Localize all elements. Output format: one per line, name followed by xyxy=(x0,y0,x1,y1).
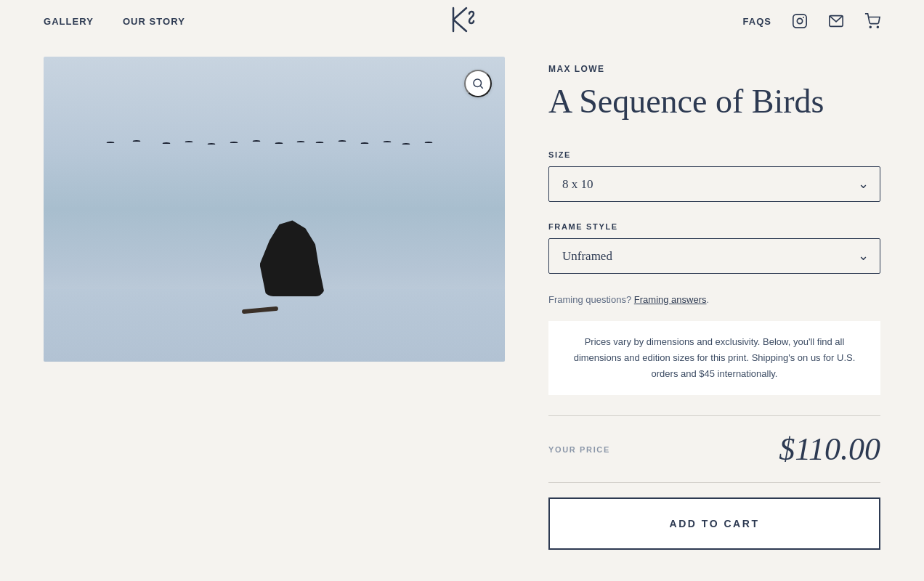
svg-rect-3 xyxy=(793,15,806,28)
bird-silhouette xyxy=(132,140,141,143)
svg-line-2 xyxy=(453,20,466,31)
frame-label: FRAME STYLE xyxy=(548,222,880,231)
svg-point-5 xyxy=(803,17,804,18)
main-content: MAX LOWE A Sequence of Birds SIZE 8 x 10… xyxy=(0,42,924,579)
mail-icon[interactable] xyxy=(828,13,844,29)
nav-left: GALLERY OUR STORY xyxy=(44,16,185,27)
rock-silhouette xyxy=(260,216,325,296)
bird-silhouette xyxy=(275,142,283,145)
birds-container xyxy=(87,140,461,155)
bird-silhouette xyxy=(402,143,410,146)
add-to-cart-button[interactable]: ADD TO CART xyxy=(548,497,880,550)
bird-silhouette xyxy=(252,140,261,143)
nav-our-story[interactable]: OUR STORY xyxy=(123,16,185,27)
price-note: Prices vary by dimensions and exclusivit… xyxy=(548,321,880,395)
divider-bottom xyxy=(548,482,880,483)
bird-silhouette xyxy=(207,143,216,146)
bird-silhouette xyxy=(230,142,238,145)
bird-silhouette xyxy=(360,142,369,145)
artist-name: MAX LOWE xyxy=(548,64,880,74)
framing-answers-link[interactable]: Framing answers xyxy=(634,294,707,305)
bird-silhouette xyxy=(185,141,193,144)
bird-silhouette xyxy=(315,142,324,145)
frame-select-wrapper: Unframed Natural Wood Black White ⌄ xyxy=(548,238,880,274)
bird-silhouette xyxy=(162,142,171,145)
size-label: SIZE xyxy=(548,150,880,159)
bird-silhouette xyxy=(338,140,346,143)
cart-icon[interactable] xyxy=(864,13,880,29)
price-value: $110.00 xyxy=(779,431,880,468)
instagram-icon[interactable] xyxy=(792,13,808,29)
product-title: A Sequence of Birds xyxy=(548,83,880,121)
image-section xyxy=(44,57,505,362)
svg-point-9 xyxy=(474,79,482,87)
svg-line-1 xyxy=(453,8,466,20)
frame-select[interactable]: Unframed Natural Wood Black White xyxy=(548,238,880,274)
price-row: YOUR PRICE $110.00 xyxy=(548,431,880,468)
water-reflection xyxy=(44,289,505,362)
bird-silhouette xyxy=(383,141,392,144)
product-info: MAX LOWE A Sequence of Birds SIZE 8 x 10… xyxy=(548,57,880,550)
bird-silhouette xyxy=(296,141,305,144)
svg-point-8 xyxy=(877,26,878,28)
framing-note: Framing questions? Framing answers. xyxy=(548,294,880,305)
nav-gallery[interactable]: GALLERY xyxy=(44,16,94,27)
svg-point-7 xyxy=(870,26,871,28)
nav-faqs[interactable]: FAQS xyxy=(742,16,771,27)
svg-line-10 xyxy=(480,86,482,88)
bird-silhouette xyxy=(106,142,115,145)
divider-top xyxy=(548,415,880,416)
svg-point-4 xyxy=(797,18,802,23)
logo[interactable] xyxy=(443,1,481,41)
size-select[interactable]: 8 x 10 11 x 14 16 x 20 20 x 24 xyxy=(548,166,880,202)
magnify-button[interactable] xyxy=(464,70,492,97)
your-price-label: YOUR PRICE xyxy=(548,445,610,454)
bird-silhouette xyxy=(424,142,433,145)
product-image xyxy=(44,57,505,362)
nav-right: FAQS xyxy=(742,13,880,29)
size-select-wrapper: 8 x 10 11 x 14 16 x 20 20 x 24 ⌄ xyxy=(548,166,880,202)
